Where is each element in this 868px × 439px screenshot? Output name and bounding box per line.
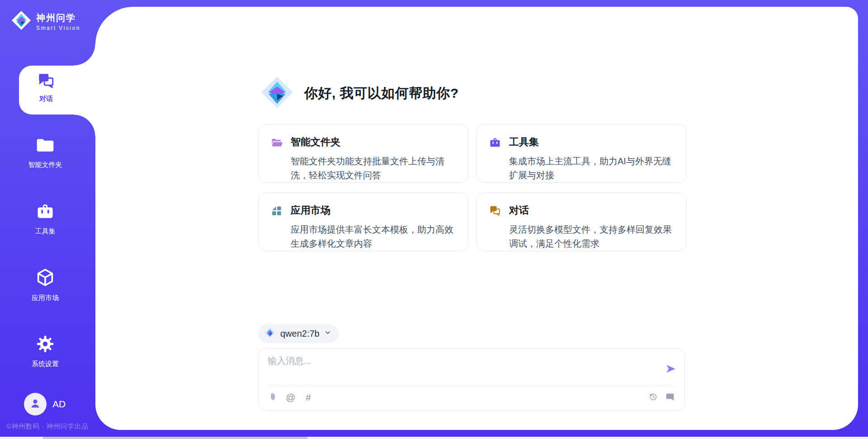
cube-icon [35,267,56,290]
card-description: 智能文件夹功能支持批量文件上传与清洗，轻松实现文件问答 [291,154,456,182]
toolbox-icon [35,201,55,223]
card-app-market[interactable]: 应用市场 应用市场提供丰富长文本模板，助力高效生成多样化文章内容 [258,192,468,251]
card-title: 对话 [509,204,675,217]
toolbox-icon [489,135,501,182]
message-input[interactable] [268,355,652,383]
active-tab-fillet-top [74,44,95,66]
chat-bubble-icon[interactable] [665,391,675,402]
brand-logo: 神州问学 Smart Vision [11,10,80,33]
folder-icon [35,135,55,157]
message-composer: @ # [258,348,685,411]
model-name: qwen2:7b [280,329,320,339]
composer-left-tools: @ # [268,391,314,402]
sidebar-item-label: 工具集 [35,227,56,236]
card-smart-folder[interactable]: 智能文件夹 智能文件夹功能支持批量文件上传与清洗，轻松实现文件问答 [258,124,468,183]
chevron-down-icon [324,329,331,338]
feature-cards: 智能文件夹 智能文件夹功能支持批量文件上传与清洗，轻松实现文件问答 工具集 集成… [258,124,687,251]
model-selector[interactable]: qwen2:7b [258,324,339,343]
chat-icon [37,72,56,92]
card-title: 智能文件夹 [291,135,456,149]
scrollbar-thumb[interactable] [43,437,307,439]
person-icon [28,396,42,412]
hash-icon[interactable]: # [303,391,314,402]
brand-diamond-icon [11,10,32,33]
brand-name: 神州问学 [36,12,80,24]
user-account[interactable]: AD [24,393,66,415]
horizontal-scrollbar[interactable] [0,437,868,439]
sidebar-item-toolset[interactable]: 工具集 [0,201,90,236]
sidebar-item-label: 系统设置 [32,360,59,368]
sidebar-item-chat[interactable]: 对话 [19,66,95,115]
gear-icon [35,334,55,356]
sidebar-item-smart-folder[interactable]: 智能文件夹 [0,135,90,169]
sidebar-item-label: 应用市场 [32,294,59,302]
avatar [24,393,47,415]
sidebar-item-label: 对话 [39,95,53,103]
hero-greeting: 你好, 我可以如何帮助你? [260,75,459,111]
brand-subtitle: Smart Vision [36,25,80,31]
sidebar-item-settings[interactable]: 系统设置 [0,334,90,368]
copyright-text: ©神州数码 · 神州问学出品 [6,422,88,431]
card-title: 工具集 [509,135,675,149]
card-description: 应用市场提供丰富长文本模板，助力高效生成多样化文章内容 [291,223,456,251]
composer-right-tools [648,391,675,402]
card-description: 集成市场上主流工具，助力AI与外界无缝扩展与对接 [509,154,675,182]
history-icon[interactable] [648,391,659,402]
sidebar-item-app-market[interactable]: 应用市场 [0,267,90,302]
model-logo-icon [264,327,276,340]
chat-icon [489,204,501,251]
card-toolset[interactable]: 工具集 集成市场上主流工具，助力AI与外界无缝扩展与对接 [476,124,687,183]
greeting-heading: 你好, 我可以如何帮助你? [304,84,459,103]
send-icon[interactable] [665,363,677,375]
sidebar: 神州问学 Smart Vision 对话 智能文件夹 [0,0,95,439]
card-description: 灵活切换多模型文件，支持多样回复效果调试，满足个性化需求 [509,223,675,251]
diamond-logo-icon [260,75,294,111]
grid-icon [270,204,283,251]
paperclip-icon[interactable] [268,391,278,402]
composer-divider [268,386,675,387]
user-initials: AD [52,399,66,410]
folder-open-icon [270,135,283,182]
card-title: 应用市场 [291,204,456,217]
card-chat[interactable]: 对话 灵活切换多模型文件，支持多样回复效果调试，满足个性化需求 [476,192,687,251]
sidebar-item-label: 智能文件夹 [28,161,62,169]
active-tab-fillet-bottom [74,115,95,136]
at-icon[interactable]: @ [285,391,296,402]
